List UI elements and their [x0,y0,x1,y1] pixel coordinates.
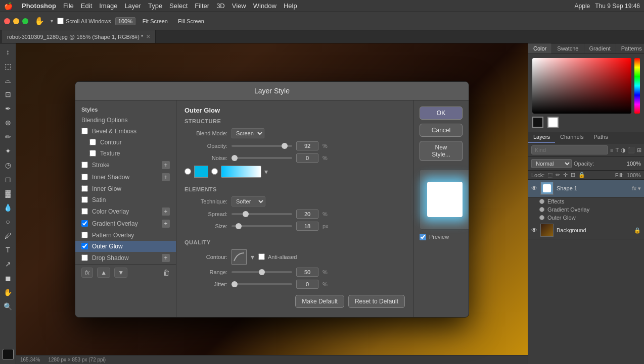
healing-tool[interactable]: ⊕ [2,116,15,129]
preview-label[interactable]: Preview [420,234,463,240]
outer-glow-item[interactable]: Outer Glow [75,241,176,252]
new-style-button[interactable]: New Style... [420,141,463,161]
spread-input[interactable] [296,210,318,219]
color-overlay-item[interactable]: Color Overlay + [75,205,176,218]
app-name[interactable]: Photoshop [22,2,56,10]
clone-tool[interactable]: ✦ [2,144,15,158]
drop-shadow-item[interactable]: Drop Shadow + [75,252,176,264]
inner-shadow-item[interactable]: Inner Shadow + [75,171,176,183]
size-input[interactable] [296,222,318,231]
fx-indicator[interactable]: fx ▾ [632,185,641,192]
outer-glow-effect[interactable]: Outer Glow [528,214,644,222]
menu-help[interactable]: Help [284,2,297,10]
foreground-color[interactable] [3,349,14,360]
lasso-tool[interactable]: ⌓ [2,74,15,87]
gradient-overlay-item[interactable]: Gradient Overlay + [75,218,176,230]
gradient-overlay-plus-icon[interactable]: + [162,220,170,228]
background-color-swatch[interactable] [547,117,559,128]
gradient-overlay-checkbox[interactable] [81,220,88,227]
gradient-overlay-effect[interactable]: Gradient Overlay [528,205,644,214]
smart-object-icon[interactable]: ⊞ [637,147,641,153]
type-tool[interactable]: T [2,243,15,256]
inner-shadow-plus-icon[interactable]: + [162,173,170,181]
color-overlay-plus-icon[interactable]: + [162,207,170,216]
spread-slider[interactable] [232,213,292,215]
lock-all-icon[interactable]: 🔒 [578,172,585,178]
drop-shadow-plus-icon[interactable]: + [162,254,170,262]
hue-slider[interactable] [634,58,640,114]
file-tab[interactable]: robot-3010309_1280.jpg @ 165% (Shape 1, … [2,30,156,43]
gradient-preview[interactable] [221,166,261,178]
dodge-tool[interactable]: ○ [2,215,15,228]
menu-window[interactable]: Window [253,2,277,10]
jitter-input[interactable] [296,280,318,289]
shape1-visibility-icon[interactable]: 👁 [531,185,537,192]
menu-file[interactable]: File [63,2,74,10]
preview-checkbox[interactable] [420,234,426,240]
menu-view[interactable]: View [232,2,246,10]
maximize-button[interactable] [22,18,28,24]
background-visibility-icon[interactable]: 👁 [531,227,537,234]
bevel-emboss-checkbox[interactable] [81,128,88,134]
select-tool[interactable]: ⬚ [2,60,15,73]
tab-channels[interactable]: Channels [555,132,588,143]
cancel-button[interactable]: Cancel [420,124,463,137]
inner-glow-checkbox[interactable] [81,185,88,192]
opacity-input[interactable] [296,141,318,150]
tab-gradient[interactable]: Gradient [584,43,616,54]
blend-mode-select[interactable]: Screen [232,128,264,138]
contour-picker[interactable] [232,249,247,265]
range-slider[interactable] [232,271,292,273]
layer-blend-select[interactable]: Normal [531,159,572,168]
menu-layer[interactable]: Layer [124,2,141,10]
brush-tool[interactable]: ✏ [2,130,15,143]
minimize-button[interactable] [13,18,19,24]
color-picker-gradient[interactable] [532,58,631,114]
size-slider[interactable] [232,225,292,227]
eyedropper-tool[interactable]: ✒ [2,102,15,115]
menu-edit[interactable]: Edit [81,2,92,10]
pattern-overlay-checkbox[interactable] [81,232,88,238]
menu-select[interactable]: Select [169,2,188,10]
pattern-overlay-item[interactable]: Pattern Overlay [75,230,176,241]
shape-tool[interactable]: ◼ [2,272,15,285]
zoom-input[interactable] [115,17,135,25]
solid-color-swatch[interactable] [194,166,208,178]
outer-glow-checkbox[interactable] [81,243,88,249]
texture-checkbox[interactable] [89,150,96,157]
fit-screen-button[interactable]: Fit Screen [140,17,171,25]
reset-default-button[interactable]: Reset to Default [348,295,405,308]
move-tool[interactable]: ↕ [2,45,15,59]
crop-tool[interactable]: ⊡ [2,88,15,101]
background-layer[interactable]: 👁 Background 🔒 [528,222,644,239]
gradient-tool[interactable]: ▓ [2,187,15,200]
tab-color[interactable]: Color [528,43,552,54]
foreground-color-swatch[interactable] [532,117,543,128]
blending-options-item[interactable]: Blending Options [75,115,176,126]
inner-glow-item[interactable]: Inner Glow [75,183,176,194]
stroke-plus-icon[interactable]: + [162,161,170,169]
menu-type[interactable]: Type [148,2,162,10]
outer-glow-visibility[interactable] [539,215,544,220]
tab-close-icon[interactable]: ✕ [146,34,150,39]
menu-image[interactable]: Image [99,2,117,10]
effects-visibility[interactable] [539,199,544,204]
shape1-layer[interactable]: 👁 Shape 1 fx ▾ [528,180,644,197]
lock-transparency-icon[interactable]: ⬚ [547,172,553,178]
pen-tool[interactable]: 🖊 [2,229,15,242]
eraser-tool[interactable]: ◻ [2,173,15,186]
hand-icon[interactable]: ✋ [34,16,44,26]
stroke-checkbox[interactable] [81,162,88,168]
technique-select[interactable]: Softer Precise [232,196,265,206]
noise-input[interactable] [296,153,318,163]
move-up-button[interactable]: ▲ [97,268,110,278]
adjustment-icon[interactable]: ◑ [621,147,626,153]
tab-layers[interactable]: Layers [528,132,555,143]
menu-filter[interactable]: Filter [195,2,209,10]
delete-button[interactable]: 🗑 [163,269,170,277]
scroll-windows-checkbox-label[interactable]: Scroll All Windows [57,18,111,24]
inner-shadow-checkbox[interactable] [81,174,88,180]
jitter-slider[interactable] [232,283,292,285]
fill-screen-button[interactable]: Fill Screen [175,17,207,25]
color-radio[interactable] [185,168,191,175]
